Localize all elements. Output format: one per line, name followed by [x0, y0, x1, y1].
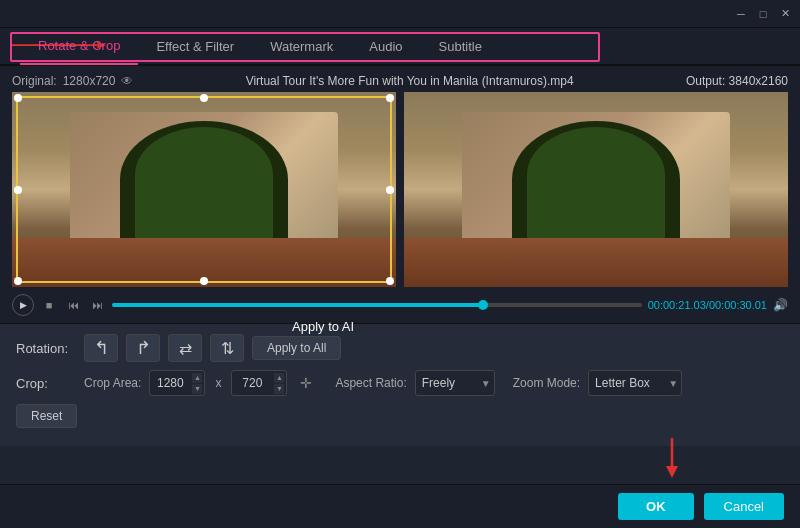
preview-videos: [12, 92, 788, 287]
ok-button[interactable]: OK: [618, 493, 694, 520]
prev-frame-button[interactable]: ⏮: [64, 296, 82, 314]
crop-label: Crop:: [16, 376, 76, 391]
next-frame-button[interactable]: ⏭: [88, 296, 106, 314]
title-bar-buttons: ─ □ ✕: [734, 7, 792, 21]
tab-watermark[interactable]: Watermark: [252, 27, 351, 65]
filename: Virtual Tour It's More Fun with You in M…: [246, 74, 574, 88]
maximize-button[interactable]: □: [756, 7, 770, 21]
height-spinners: ▲ ▼: [274, 371, 284, 395]
minimize-button[interactable]: ─: [734, 7, 748, 21]
output-info: Output: 3840x2160: [686, 74, 788, 88]
original-resolution: 1280x720: [63, 74, 116, 88]
bottom-bar: OK Cancel: [0, 484, 800, 528]
aspect-ratio-select[interactable]: Freely 16:9 4:3 1:1 9:16: [415, 370, 495, 396]
move-crop-icon[interactable]: ✛: [295, 372, 317, 394]
tab-subtitle[interactable]: Subtitle: [421, 27, 500, 65]
eye-icon[interactable]: 👁: [121, 74, 133, 88]
svg-marker-3: [666, 466, 678, 478]
crop-height-input[interactable]: 720 ▲ ▼: [231, 370, 287, 396]
tab-rotate-crop[interactable]: Rotate & Crop: [20, 27, 138, 65]
width-up[interactable]: ▲: [192, 373, 202, 383]
reset-button[interactable]: Reset: [16, 404, 77, 428]
scrubber-area: ▶ ■ ⏮ ⏭ 00:00:21.03/00:00:30.01 🔊: [0, 287, 800, 323]
original-label: Original:: [12, 74, 57, 88]
zoom-mode-select-wrapper: Letter Box Pan & Scan Full ▼: [588, 370, 682, 396]
width-down[interactable]: ▼: [192, 384, 202, 394]
tab-audio[interactable]: Audio: [351, 27, 420, 65]
height-up[interactable]: ▲: [274, 373, 284, 383]
apply-to-all-button[interactable]: Apply to All: [252, 336, 341, 360]
preview-info: Original: 1280x720 👁 Virtual Tour It's M…: [12, 70, 788, 92]
tabs-bar: Rotate & Crop Effect & Filter Watermark …: [0, 28, 800, 66]
output-resolution: 3840x2160: [729, 74, 788, 88]
original-video-frame: [12, 92, 396, 287]
close-button[interactable]: ✕: [778, 7, 792, 21]
zoom-mode-select[interactable]: Letter Box Pan & Scan Full: [588, 370, 682, 396]
rotate-right-button[interactable]: ↱: [126, 334, 160, 362]
volume-icon[interactable]: 🔊: [773, 298, 788, 312]
aspect-ratio-label: Aspect Ratio:: [335, 376, 406, 390]
aspect-ratio-select-wrapper: Freely 16:9 4:3 1:1 9:16 ▼: [415, 370, 495, 396]
crop-width-input[interactable]: 1280 ▲ ▼: [149, 370, 205, 396]
reset-row: Reset: [16, 404, 784, 428]
height-down[interactable]: ▼: [274, 384, 284, 394]
stop-button[interactable]: ■: [40, 296, 58, 314]
tab-effect-filter[interactable]: Effect & Filter: [138, 27, 252, 65]
controls-panel: Rotation: ↰ ↱ ⇄ ⇅ Apply to All Crop: Cro…: [0, 323, 800, 446]
title-bar: ─ □ ✕: [0, 0, 800, 28]
time-display: 00:00:21.03/00:00:30.01: [648, 299, 767, 311]
output-label: Output:: [686, 74, 725, 88]
width-spinners: ▲ ▼: [192, 371, 202, 395]
zoom-mode-label: Zoom Mode:: [513, 376, 580, 390]
rotation-label: Rotation:: [16, 341, 76, 356]
scrubber-row: ▶ ■ ⏮ ⏭ 00:00:21.03/00:00:30.01 🔊: [12, 291, 788, 319]
total-time: 00:00:30.01: [709, 299, 767, 311]
preview-area: Original: 1280x720 👁 Virtual Tour It's M…: [0, 66, 800, 287]
dimension-separator: x: [215, 376, 221, 390]
progress-bar[interactable]: [112, 303, 642, 307]
play-button[interactable]: ▶: [12, 294, 34, 316]
original-info: Original: 1280x720 👁: [12, 74, 133, 88]
progress-thumb[interactable]: [478, 300, 488, 310]
current-time: 00:00:21.03: [648, 299, 706, 311]
rotate-left-button[interactable]: ↰: [84, 334, 118, 362]
crop-row: Crop: Crop Area: 1280 ▲ ▼ x 720 ▲ ▼ ✛ As…: [16, 370, 784, 396]
flip-horizontal-button[interactable]: ⇄: [168, 334, 202, 362]
cancel-button[interactable]: Cancel: [704, 493, 784, 520]
crop-area-label: Crop Area:: [84, 376, 141, 390]
progress-fill: [112, 303, 483, 307]
output-video-frame: [404, 92, 788, 287]
rotation-row: Rotation: ↰ ↱ ⇄ ⇅ Apply to All: [16, 334, 784, 362]
flip-vertical-button[interactable]: ⇅: [210, 334, 244, 362]
